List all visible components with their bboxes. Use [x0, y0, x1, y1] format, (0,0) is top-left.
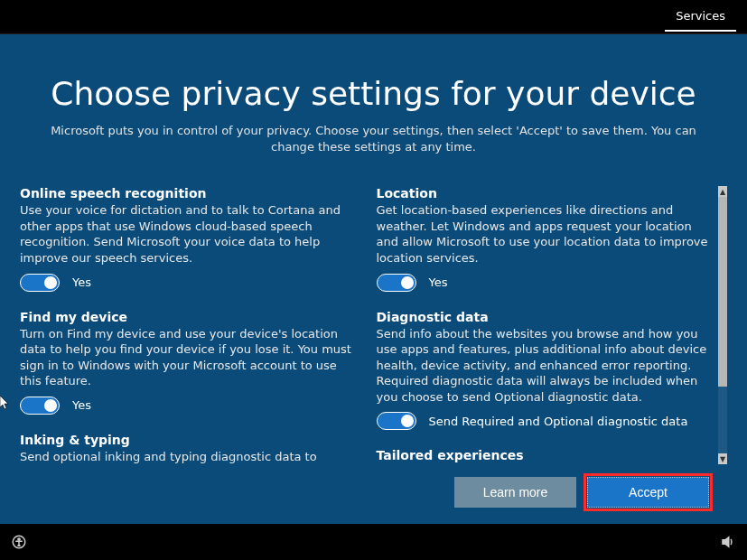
- toggle-label: Yes: [72, 398, 91, 412]
- setting-desc: Send optional inking and typing diagnost…: [20, 449, 359, 464]
- setting-find-device: Find my device Turn on Find my device an…: [20, 310, 359, 415]
- setting-tailored: Tailored experiences Let Microsoft use y…: [377, 448, 715, 464]
- scroll-arrow-up-icon[interactable]: ▲: [718, 186, 727, 197]
- setting-desc: Use your voice for dictation and to talk…: [20, 202, 359, 266]
- top-bar: Services: [0, 0, 747, 34]
- toggle-label: Send Required and Optional diagnostic da…: [429, 415, 688, 428]
- learn-more-button[interactable]: Learn more: [454, 477, 576, 508]
- setting-title: Tailored experiences: [377, 448, 715, 462]
- button-row: Learn more Accept: [20, 464, 727, 524]
- setting-desc: Turn on Find my device and use your devi…: [20, 326, 359, 389]
- setting-desc: Send info about the websites you browse …: [377, 326, 715, 406]
- setting-inking: Inking & typing Send optional inking and…: [20, 433, 359, 464]
- settings-scroll-area: Online speech recognition Use your voice…: [20, 186, 727, 464]
- setting-title: Find my device: [20, 310, 359, 324]
- bottom-bar: [0, 524, 747, 560]
- setting-diagnostic: Diagnostic data Send info about the webs…: [377, 310, 715, 431]
- main-container: Choose privacy settings for your device …: [0, 34, 747, 524]
- page-subtitle: Microsoft puts you in control of your pr…: [31, 123, 717, 155]
- scrollbar[interactable]: ▲ ▼: [718, 186, 727, 464]
- volume-icon[interactable]: [720, 534, 736, 550]
- setting-location: Location Get location-based experiences …: [377, 186, 715, 291]
- toggle-location[interactable]: [377, 274, 416, 292]
- toggle-label: Yes: [72, 275, 91, 289]
- toggle-diagnostic[interactable]: [377, 412, 416, 430]
- scroll-thumb[interactable]: [718, 197, 727, 387]
- setting-desc: Get location-based experiences like dire…: [377, 202, 715, 266]
- setting-title: Online speech recognition: [20, 186, 359, 201]
- toggle-label: Yes: [429, 275, 448, 289]
- accept-button[interactable]: Accept: [587, 477, 709, 508]
- page-title: Choose privacy settings for your device: [20, 75, 727, 112]
- toggle-find-device[interactable]: [20, 397, 60, 415]
- ease-of-access-icon[interactable]: [11, 534, 27, 550]
- scroll-arrow-down-icon[interactable]: ▼: [718, 453, 727, 464]
- settings-col-left: Online speech recognition Use your voice…: [20, 186, 359, 464]
- setting-title: Diagnostic data: [377, 310, 715, 324]
- svg-point-1: [18, 538, 20, 540]
- setting-title: Location: [377, 186, 715, 201]
- setting-title: Inking & typing: [20, 433, 359, 447]
- setting-speech: Online speech recognition Use your voice…: [20, 186, 359, 291]
- toggle-speech[interactable]: [20, 274, 60, 292]
- tab-services[interactable]: Services: [665, 2, 736, 32]
- settings-col-right: Location Get location-based experiences …: [377, 186, 715, 464]
